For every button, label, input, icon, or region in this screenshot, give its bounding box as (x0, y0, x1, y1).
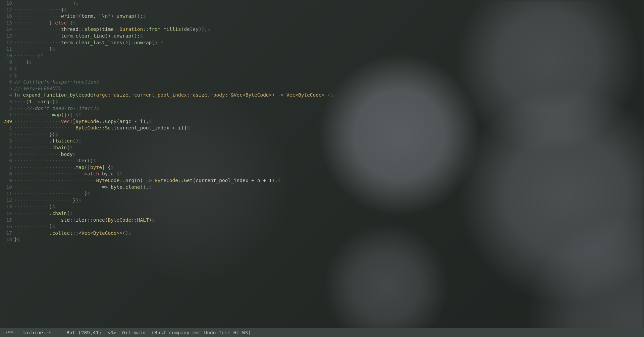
modeline: -:**- machine.rs Bot (289,41) <N> Git-ma… (0, 328, 644, 337)
whitespace-indicator: ················ (14, 217, 61, 223)
code-content: ················body$ (14, 151, 644, 158)
code-line[interactable]: 10········}$ (0, 53, 644, 59)
token-punct: (); (152, 40, 160, 45)
code-line[interactable]: 10····························_ => byte.… (0, 184, 644, 191)
code-line[interactable]: 18····················}$ (0, 0, 644, 7)
whitespace-indicator: ········ (14, 53, 38, 58)
code-content: ····················.map(|byte| {$ (14, 164, 644, 171)
code-line[interactable]: 1·····················ByteCode::Set(curr… (0, 125, 644, 131)
code-line[interactable]: 11························}$ (0, 190, 644, 197)
code-area[interactable]: 18····················}$17··············… (0, 0, 644, 328)
token-punct: :· (108, 92, 113, 98)
whitespace-indicator: ···························· (14, 184, 96, 190)
code-line[interactable]: 16············)$ (0, 223, 644, 230)
code-line[interactable]: 14············.chain($ (0, 210, 644, 217)
code-line[interactable]: 17················}$ (0, 7, 644, 13)
token-ty: HALT (137, 217, 149, 223)
code-line[interactable]: 7····················.map(|byte| {$ (0, 164, 644, 171)
eol-indicator: $ (128, 230, 131, 236)
code-line[interactable]: 13················term.clear_line().unwr… (0, 33, 644, 40)
code-content: $ (14, 66, 644, 72)
modeline-filename: machine.rs (22, 330, 52, 335)
code-content: ····························ByteCode::Ar… (14, 177, 644, 184)
code-line[interactable]: 4············.chain($ (0, 145, 644, 151)
line-number-relative: 11 (0, 190, 14, 197)
line-number-relative: 17 (0, 230, 14, 237)
token-punct: (); (134, 13, 143, 19)
line-number-current: 289 (0, 118, 14, 125)
line-number-relative: 18 (0, 0, 14, 7)
token-fnname: map (52, 112, 61, 117)
modeline-mode-indicator: <N> (107, 330, 116, 335)
eol-indicator: $ (75, 0, 78, 6)
token-fnname: Arg (125, 178, 134, 183)
token-fnname: sleep (85, 26, 99, 32)
eol-indicator: $ (17, 237, 20, 242)
line-number-relative: 15 (0, 217, 14, 224)
code-line[interactable]: 14················thread::sleep(time::Du… (0, 26, 644, 33)
whitespace-indicator: ················ (14, 33, 61, 39)
code-line[interactable]: 2····//·don't·need·to·.iter()$ (0, 105, 644, 112)
code-line[interactable]: 9····························ByteCode::A… (0, 177, 644, 184)
eol-indicator: $ (41, 53, 44, 58)
line-number-relative: 6 (0, 158, 14, 164)
code-line[interactable]: 11············}$ (0, 46, 644, 53)
token-fnname: unwrap (114, 33, 131, 39)
code-line[interactable]: 5//·Very·ELEGANT$ (0, 86, 644, 92)
token-comment: //·don't·need·to·.iter() (26, 106, 96, 111)
token-punct: ( (99, 26, 102, 32)
token-punct: (); (131, 33, 140, 39)
code-line[interactable]: 7$ (0, 72, 644, 79)
code-line[interactable]: 17············.collect::<Vec<ByteCode>>(… (0, 230, 644, 237)
code-line[interactable]: 9····}$ (0, 59, 644, 66)
token-fnname: expand_function_bytecode (23, 92, 93, 98)
line-number-relative: 6 (0, 79, 14, 86)
code-line[interactable]: 13············)$ (0, 204, 644, 210)
code-content: ············}$ (14, 46, 644, 53)
code-line[interactable]: 4fn expand_function_bytecode(argc:·usize… (0, 92, 644, 99)
token-plain: term. (61, 33, 76, 39)
eol-indicator: $ (52, 46, 55, 52)
code-content: ············.chain($ (14, 145, 644, 151)
eol-indicator: $ (58, 86, 61, 91)
code-line[interactable]: 3············.flatten()$ (0, 138, 644, 145)
code-line[interactable]: 5················body$ (0, 151, 644, 158)
code-line[interactable]: 12····················})$ (0, 197, 644, 204)
code-line[interactable]: 2············})$ (0, 131, 644, 138)
code-line[interactable]: 3····(1..=argc)$ (0, 99, 644, 105)
token-fnname: Get (184, 178, 193, 183)
token-ty: ByteCode (298, 92, 322, 98)
line-number-relative: 18 (0, 236, 14, 243)
token-plain: iter (75, 217, 87, 223)
code-line[interactable]: 16················write!(term, "\n").unw… (0, 13, 644, 20)
code-line[interactable]: 6····················.iter()$ (0, 158, 644, 164)
code-line[interactable]: 6//·Calltopfn·helper·function$ (0, 79, 644, 86)
token-punct: | { (102, 165, 111, 170)
code-line[interactable]: 18}$ (0, 236, 644, 243)
token-punct: (), (140, 184, 149, 190)
line-number-relative: 17 (0, 7, 14, 13)
code-line[interactable]: 1············.map(|i| {$ (0, 112, 644, 118)
token-fnname: from_millis (149, 26, 181, 32)
code-line[interactable]: 12················term.clear_last_lines(… (0, 40, 644, 46)
token-punct: >>() (117, 230, 128, 236)
line-number-relative: 16 (0, 13, 14, 20)
token-punct: :: (70, 217, 75, 223)
code-line[interactable]: 289················vec![ByteCode::Copy(a… (0, 118, 644, 125)
whitespace-indicator: ············ (14, 132, 49, 137)
code-line[interactable]: 15················std::iter::once(ByteCo… (0, 217, 644, 224)
token-fnname: once (93, 217, 105, 223)
token-punct: > { (322, 92, 330, 98)
whitespace-indicator: ···· (14, 106, 26, 111)
code-content: ················std::iter::once(ByteCode… (14, 217, 644, 224)
code-line[interactable]: 8························match byte {$ (0, 171, 644, 177)
code-line[interactable]: 15············} else {$ (0, 20, 644, 26)
eol-indicator: $ (14, 73, 17, 78)
code-line[interactable]: 8$ (0, 66, 644, 72)
token-punct: ) (49, 204, 52, 209)
modeline-modified: -:**- (2, 330, 17, 335)
code-content: ················write!(term, "\n").unwra… (14, 13, 644, 20)
token-punct: . (49, 138, 52, 144)
eol-indicator: $ (70, 145, 73, 150)
token-plain: (current_pool_index + n + (193, 178, 269, 183)
